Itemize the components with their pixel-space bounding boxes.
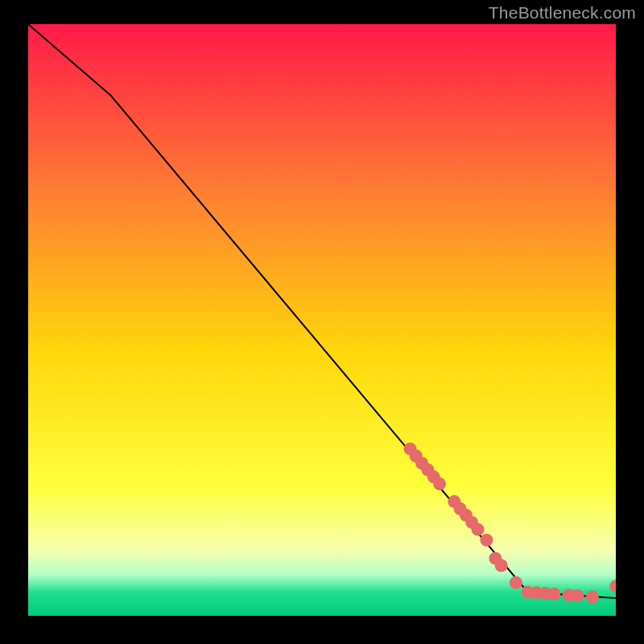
data-marker — [586, 591, 599, 604]
chart-frame: TheBottleneck.com — [0, 0, 644, 644]
watermark-text: TheBottleneck.com — [489, 3, 636, 23]
data-marker — [472, 523, 485, 536]
data-marker — [480, 534, 493, 547]
data-marker — [572, 589, 584, 602]
plot-area — [28, 24, 616, 616]
data-marker — [433, 477, 446, 490]
data-marker — [547, 588, 560, 601]
data-marker — [495, 559, 508, 572]
chart-svg — [28, 24, 616, 616]
gradient-background — [28, 24, 616, 616]
data-marker — [510, 576, 522, 589]
